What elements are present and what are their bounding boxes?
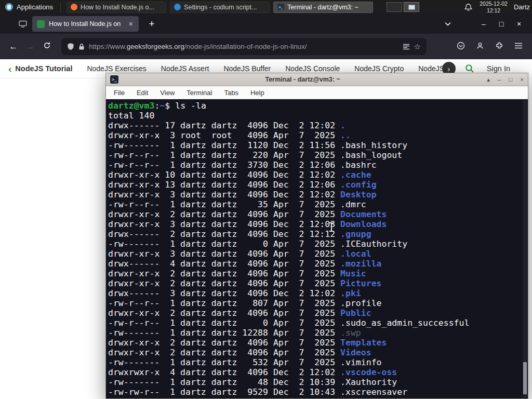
- prompt-separator: :: [154, 101, 159, 111]
- clock-time: 12:12: [480, 7, 508, 14]
- hamburger-menu-icon: [514, 42, 523, 49]
- listing-directory-name: ..: [340, 130, 351, 140]
- applications-menu-button[interactable]: Applications: [0, 0, 58, 14]
- workspace-2[interactable]: [404, 2, 419, 12]
- terminal-output-line: drwx------ 17 dartz dartz 4096 Dec 2 12:…: [108, 121, 520, 130]
- list-all-tabs-button[interactable]: [445, 22, 451, 26]
- shield-icon[interactable]: [67, 43, 74, 50]
- terminal-output-line: -rw-r--r-- 1 dartz dartz 0 Apr 7 2025 .s…: [108, 318, 520, 328]
- listing-directory-name: .mozilla: [340, 259, 381, 269]
- menu-button[interactable]: [514, 42, 523, 51]
- terminal-menu-view[interactable]: View: [160, 89, 175, 97]
- terminal-output-line: drwxr-xr-x 3 root root 4096 Apr 7 2025 .…: [108, 130, 520, 140]
- terminal-output-line: drwxr-xr-x 13 dartz dartz 4096 Dec 2 12:…: [108, 180, 520, 190]
- browser-maximize-button[interactable]: □: [493, 20, 510, 28]
- listing-file-name: .bashrc: [340, 160, 377, 170]
- terminal-scrollbar-thumb[interactable]: [523, 362, 527, 394]
- listing-directory-name: Documents: [340, 209, 387, 219]
- account-icon: [476, 42, 484, 50]
- clock-date: 2025-12-02: [480, 1, 508, 7]
- terminal-listing: drwx------ 17 dartz dartz 4096 Dec 2 12:…: [108, 121, 520, 397]
- listing-file-name: .profile: [340, 298, 381, 308]
- terminal-window-controls: ▴ – □ ×: [487, 76, 524, 83]
- listing-directory-name: Downloads: [340, 219, 387, 229]
- taskbar-item-browser[interactable]: How to Install Node.js o...: [66, 2, 166, 13]
- terminal-menu-file[interactable]: File: [114, 89, 125, 97]
- nav-item-nodejs-assert[interactable]: NodeJS Assert: [161, 64, 209, 73]
- firefox-icon: [71, 4, 77, 10]
- terminal-menu-bar: File Edit View Terminal Tabs Help: [106, 86, 528, 99]
- nav-item-nodejs-crypto[interactable]: NodeJS Crypto: [354, 64, 404, 73]
- tab-title: How to Install Node.js on: [49, 20, 124, 28]
- account-button[interactable]: [476, 42, 484, 52]
- url-bar[interactable]: https://www.geeksforgeeks.org/node-js/in…: [61, 38, 427, 55]
- prompt-user-host: dartz@vm3: [108, 101, 154, 111]
- terminal-scrollbar[interactable]: [523, 100, 527, 397]
- nav-item-nodejs-tutorial[interactable]: ‹ NodeJS Tutorial: [8, 64, 72, 74]
- terminal-menu-edit[interactable]: Edit: [137, 89, 148, 97]
- workspace-switcher: [387, 2, 419, 12]
- terminal-menu-tabs[interactable]: Tabs: [224, 89, 238, 97]
- bookmark-star-button[interactable]: ☆: [414, 42, 421, 51]
- lock-icon[interactable]: [78, 43, 85, 50]
- terminal-output-line: drwxrwxr-x 4 dartz dartz 4096 Dec 2 12:0…: [108, 367, 520, 377]
- pocket-icon: [457, 42, 465, 50]
- nav-item-nodejs-exercises[interactable]: NodeJS Exercises: [87, 64, 146, 73]
- terminal-output-line: -rw-r--r-- 1 dartz dartz 807 Apr 7 2025 …: [108, 298, 520, 308]
- sign-in-button[interactable]: Sign In: [487, 64, 510, 73]
- terminal-title-bar[interactable]: >_ Terminal - dartz@vm3: ~ ▴ – □ ×: [106, 73, 528, 86]
- taskbar-item-settings[interactable]: Settings - codium script...: [170, 2, 270, 13]
- workspace-1[interactable]: [387, 2, 402, 12]
- listing-file-name: .Xauthority: [340, 377, 397, 387]
- terminal-menu-help[interactable]: Help: [250, 89, 264, 97]
- listing-directory-name: Music: [340, 269, 366, 278]
- toolbar-icons: [457, 42, 523, 52]
- terminal-menu-terminal[interactable]: Terminal: [187, 89, 212, 97]
- terminal-output-line: drwxr-xr-x 2 dartz dartz 4096 Apr 7 2025…: [108, 338, 520, 348]
- panel-separator: [60, 3, 61, 12]
- terminal-output-line: drwx------ 4 dartz dartz 4096 Apr 7 2025…: [108, 259, 520, 269]
- terminal-output-area[interactable]: dartz@vm3:~$ls -la total 140 drwx------ …: [106, 99, 528, 398]
- site-search-button[interactable]: [465, 64, 474, 73]
- browser-minimize-button[interactable]: –: [475, 20, 493, 28]
- reader-view-icon[interactable]: [403, 44, 410, 50]
- panel-user-label[interactable]: Dartz: [514, 3, 530, 11]
- extensions-button[interactable]: [495, 42, 503, 52]
- panel-clock[interactable]: 2025-12-02 12:12: [480, 1, 508, 14]
- notifications-button[interactable]: [464, 3, 472, 11]
- nav-item-nodejs-buffer[interactable]: NodeJS Buffer: [223, 64, 271, 73]
- terminal-output-line: -rw------- 1 dartz dartz 0 Apr 7 2025 .I…: [108, 239, 520, 249]
- listing-directory-name: .cache: [340, 170, 371, 180]
- terminal-output-line: -rw-r--r-- 1 dartz dartz 35 Apr 7 2025 .…: [108, 200, 520, 209]
- bell-icon: [464, 3, 472, 11]
- browser-close-button[interactable]: ×: [510, 20, 528, 28]
- listing-directory-name: .: [340, 121, 345, 130]
- browser-tab[interactable]: How to Install Node.js on ×: [32, 16, 139, 32]
- listing-file-name: .viminfo: [340, 357, 381, 367]
- firefox-view-button[interactable]: [19, 20, 27, 28]
- reload-button[interactable]: [38, 42, 55, 52]
- listing-directory-name: .vscode-oss: [340, 367, 397, 377]
- terminal-shade-button[interactable]: ▴: [487, 76, 490, 83]
- new-tab-button[interactable]: +: [145, 18, 158, 30]
- url-scheme: https://www.: [89, 43, 127, 50]
- terminal-close-button[interactable]: ×: [520, 76, 524, 83]
- listing-file-name: .bash_logout: [340, 150, 402, 160]
- listing-directory-name: Public: [340, 308, 371, 318]
- terminal-output-line: drwx------ 2 dartz dartz 4096 Dec 2 12:1…: [108, 229, 520, 239]
- browser-tab-bar: How to Install Node.js on × + – □ ×: [0, 14, 532, 34]
- terminal-minimize-button[interactable]: –: [498, 76, 501, 83]
- terminal-window: >_ Terminal - dartz@vm3: ~ ▴ – □ × File …: [105, 73, 528, 399]
- firefox-view-icon: [19, 20, 27, 28]
- listing-file-name: .swp: [340, 328, 361, 338]
- back-button[interactable]: ←: [5, 42, 22, 52]
- taskbar-item-terminal[interactable]: >_ Terminal - dartz@vm3: ~: [273, 2, 373, 13]
- terminal-maximize-button[interactable]: □: [509, 76, 512, 83]
- search-icon: [465, 64, 474, 73]
- forward-button[interactable]: →: [22, 42, 38, 52]
- nav-item-nodejs-console[interactable]: NodeJS Console: [285, 64, 340, 73]
- pocket-button[interactable]: [457, 42, 465, 52]
- terminal-window-icon: >_: [110, 75, 118, 84]
- tab-close-button[interactable]: ×: [128, 20, 134, 28]
- site-favicon: [37, 20, 45, 28]
